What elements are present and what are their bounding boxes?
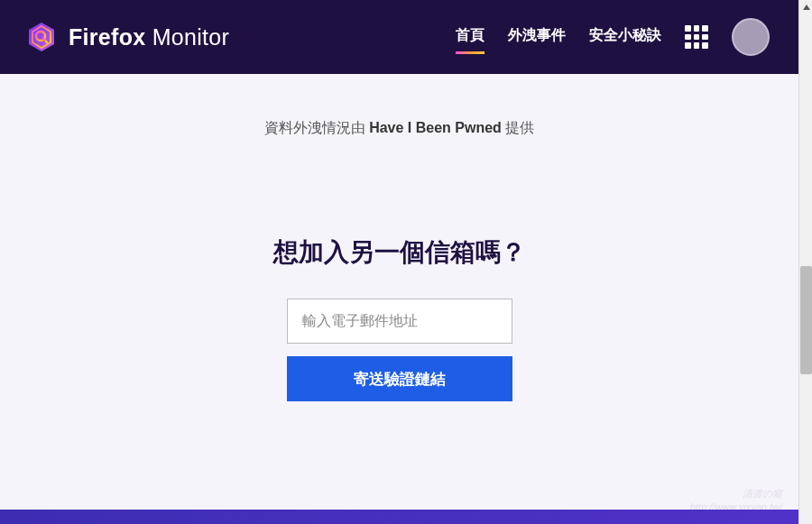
scrollbar[interactable]	[798, 0, 812, 524]
scrollbar-up-icon[interactable]	[799, 0, 812, 14]
attribution: 資料外洩情況由 Have I Been Pwned 提供	[0, 119, 798, 138]
logo-text: Firefox Monitor	[69, 24, 229, 51]
avatar[interactable]	[732, 18, 770, 56]
content: 資料外洩情況由 Have I Been Pwned 提供 想加入另一個信箱嗎？ …	[0, 74, 798, 401]
apps-grid-icon[interactable]	[685, 25, 708, 49]
form-heading: 想加入另一個信箱嗎？	[0, 235, 798, 270]
firefox-monitor-icon	[25, 21, 58, 53]
logo[interactable]: Firefox Monitor	[25, 21, 229, 53]
submit-button[interactable]: 寄送驗證鏈結	[287, 356, 512, 401]
header: Firefox Monitor 首頁 外洩事件 安全小秘訣	[0, 0, 798, 74]
email-field[interactable]	[287, 299, 512, 344]
scrollbar-thumb[interactable]	[800, 266, 812, 374]
nav: 首頁 外洩事件 安全小秘訣	[456, 18, 770, 56]
nav-tips[interactable]: 安全小秘訣	[589, 26, 661, 49]
nav-home[interactable]: 首頁	[456, 26, 484, 49]
email-form: 想加入另一個信箱嗎？ 寄送驗證鏈結	[0, 235, 798, 401]
nav-breaches[interactable]: 外洩事件	[508, 26, 566, 49]
footer-band	[0, 510, 798, 524]
